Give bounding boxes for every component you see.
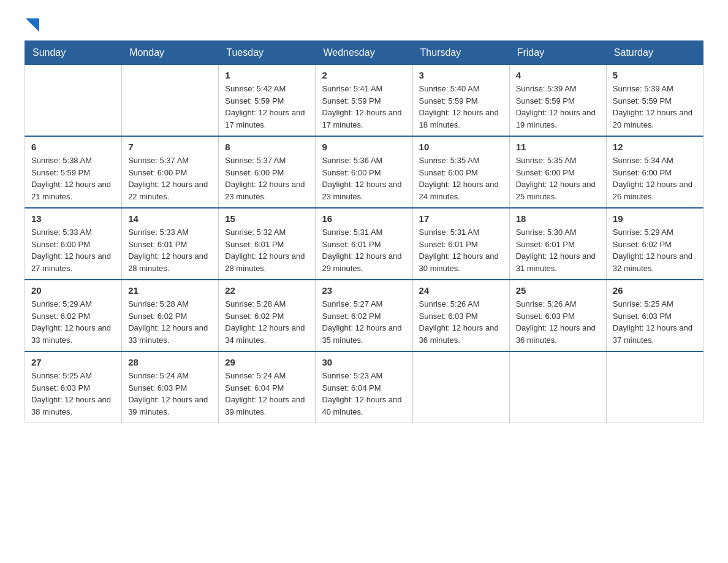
daylight-text: Daylight: 12 hours and 17 minutes. [322, 107, 406, 131]
sunset-text: Sunset: 6:00 PM [322, 167, 406, 179]
sunrise-text: Sunrise: 5:28 AM [128, 298, 212, 310]
calendar-cell: 5Sunrise: 5:39 AMSunset: 5:59 PMDaylight… [606, 65, 703, 137]
day-info: Sunrise: 5:23 AMSunset: 6:04 PMDaylight:… [322, 370, 406, 418]
calendar-week-row: 20Sunrise: 5:29 AMSunset: 6:02 PMDayligh… [25, 280, 703, 351]
day-number: 29 [225, 357, 309, 367]
sunrise-text: Sunrise: 5:27 AM [322, 298, 406, 310]
calendar-cell [122, 65, 219, 137]
calendar-cell [25, 65, 122, 137]
calendar-cell: 8Sunrise: 5:37 AMSunset: 6:00 PMDaylight… [219, 136, 316, 208]
day-header-wednesday: Wednesday [316, 41, 412, 65]
calendar-cell: 24Sunrise: 5:26 AMSunset: 6:03 PMDayligh… [412, 280, 509, 351]
sunrise-text: Sunrise: 5:34 AM [613, 155, 697, 167]
calendar-cell: 27Sunrise: 5:25 AMSunset: 6:03 PMDayligh… [25, 351, 122, 423]
daylight-text: Daylight: 12 hours and 23 minutes. [322, 178, 406, 202]
day-number: 21 [128, 285, 212, 296]
sunset-text: Sunset: 6:01 PM [322, 239, 406, 251]
daylight-text: Daylight: 12 hours and 35 minutes. [322, 322, 406, 346]
day-info: Sunrise: 5:30 AMSunset: 6:01 PMDaylight:… [516, 226, 600, 274]
day-info: Sunrise: 5:35 AMSunset: 6:00 PMDaylight:… [516, 155, 600, 202]
daylight-text: Daylight: 12 hours and 40 minutes. [322, 394, 406, 418]
calendar-cell: 21Sunrise: 5:28 AMSunset: 6:02 PMDayligh… [122, 280, 219, 351]
day-number: 3 [419, 70, 503, 80]
sunrise-text: Sunrise: 5:39 AM [613, 83, 697, 95]
sunrise-text: Sunrise: 5:37 AM [128, 155, 212, 167]
day-info: Sunrise: 5:28 AMSunset: 6:02 PMDaylight:… [225, 298, 309, 346]
calendar-cell [606, 351, 703, 423]
sunset-text: Sunset: 6:00 PM [225, 167, 309, 179]
day-info: Sunrise: 5:41 AMSunset: 5:59 PMDaylight:… [322, 83, 406, 131]
calendar-cell: 3Sunrise: 5:40 AMSunset: 5:59 PMDaylight… [412, 65, 509, 137]
calendar-cell: 16Sunrise: 5:31 AMSunset: 6:01 PMDayligh… [316, 208, 412, 280]
sunset-text: Sunset: 5:59 PM [322, 95, 406, 107]
sunrise-text: Sunrise: 5:41 AM [322, 83, 406, 95]
sunset-text: Sunset: 6:03 PM [128, 382, 212, 394]
sunrise-text: Sunrise: 5:39 AM [516, 83, 600, 95]
sunrise-text: Sunrise: 5:36 AM [322, 155, 406, 167]
daylight-text: Daylight: 12 hours and 17 minutes. [225, 107, 309, 131]
calendar-cell: 29Sunrise: 5:24 AMSunset: 6:04 PMDayligh… [219, 351, 316, 423]
day-number: 16 [322, 213, 406, 224]
daylight-text: Daylight: 12 hours and 19 minutes. [516, 107, 600, 131]
sunset-text: Sunset: 6:02 PM [613, 239, 697, 251]
calendar-cell: 17Sunrise: 5:31 AMSunset: 6:01 PMDayligh… [412, 208, 509, 280]
calendar-cell: 20Sunrise: 5:29 AMSunset: 6:02 PMDayligh… [25, 280, 122, 351]
daylight-text: Daylight: 12 hours and 37 minutes. [613, 322, 697, 346]
day-info: Sunrise: 5:28 AMSunset: 6:02 PMDaylight:… [128, 298, 212, 346]
calendar-table: SundayMondayTuesdayWednesdayThursdayFrid… [25, 40, 703, 423]
day-number: 14 [128, 213, 212, 224]
calendar-cell: 6Sunrise: 5:38 AMSunset: 5:59 PMDaylight… [25, 136, 122, 208]
daylight-text: Daylight: 12 hours and 33 minutes. [128, 322, 212, 346]
day-info: Sunrise: 5:25 AMSunset: 6:03 PMDaylight:… [613, 298, 697, 346]
daylight-text: Daylight: 12 hours and 36 minutes. [419, 322, 503, 346]
day-info: Sunrise: 5:37 AMSunset: 6:00 PMDaylight:… [225, 155, 309, 202]
sunrise-text: Sunrise: 5:35 AM [516, 155, 600, 167]
calendar-cell: 10Sunrise: 5:35 AMSunset: 6:00 PMDayligh… [412, 136, 509, 208]
calendar-cell: 28Sunrise: 5:24 AMSunset: 6:03 PMDayligh… [122, 351, 219, 423]
day-number: 4 [516, 70, 600, 80]
calendar-cell: 9Sunrise: 5:36 AMSunset: 6:00 PMDaylight… [316, 136, 412, 208]
day-info: Sunrise: 5:31 AMSunset: 6:01 PMDaylight:… [322, 226, 406, 274]
calendar-cell: 22Sunrise: 5:28 AMSunset: 6:02 PMDayligh… [219, 280, 316, 351]
calendar-cell: 12Sunrise: 5:34 AMSunset: 6:00 PMDayligh… [606, 136, 703, 208]
calendar-week-row: 1Sunrise: 5:42 AMSunset: 5:59 PMDaylight… [25, 65, 703, 137]
sunrise-text: Sunrise: 5:31 AM [322, 226, 406, 239]
logo-triangle-icon [26, 18, 39, 32]
sunset-text: Sunset: 6:00 PM [419, 167, 503, 179]
day-number: 13 [31, 213, 115, 224]
daylight-text: Daylight: 12 hours and 31 minutes. [516, 250, 600, 274]
sunrise-text: Sunrise: 5:25 AM [613, 298, 697, 310]
sunrise-text: Sunrise: 5:38 AM [31, 155, 115, 167]
sunset-text: Sunset: 6:03 PM [31, 382, 115, 394]
sunrise-text: Sunrise: 5:26 AM [516, 298, 600, 310]
daylight-text: Daylight: 12 hours and 22 minutes. [128, 178, 212, 202]
calendar-cell: 2Sunrise: 5:41 AMSunset: 5:59 PMDaylight… [316, 65, 412, 137]
sunset-text: Sunset: 6:03 PM [516, 310, 600, 323]
day-number: 27 [31, 357, 115, 367]
day-number: 5 [613, 70, 697, 80]
day-header-monday: Monday [122, 41, 219, 65]
day-number: 17 [419, 213, 503, 224]
sunrise-text: Sunrise: 5:30 AM [516, 226, 600, 239]
sunrise-text: Sunrise: 5:23 AM [322, 370, 406, 382]
svg-marker-0 [26, 18, 39, 32]
sunset-text: Sunset: 5:59 PM [31, 167, 115, 179]
daylight-text: Daylight: 12 hours and 38 minutes. [31, 394, 115, 418]
day-number: 7 [128, 142, 212, 152]
day-header-saturday: Saturday [606, 41, 703, 65]
day-header-sunday: Sunday [25, 41, 122, 65]
sunset-text: Sunset: 6:00 PM [613, 167, 697, 179]
day-number: 9 [322, 142, 406, 152]
sunrise-text: Sunrise: 5:24 AM [225, 370, 309, 382]
sunset-text: Sunset: 6:02 PM [31, 310, 115, 323]
daylight-text: Daylight: 12 hours and 29 minutes. [322, 250, 406, 274]
day-info: Sunrise: 5:29 AMSunset: 6:02 PMDaylight:… [613, 226, 697, 274]
sunset-text: Sunset: 6:00 PM [31, 239, 115, 251]
day-info: Sunrise: 5:32 AMSunset: 6:01 PMDaylight:… [225, 226, 309, 274]
sunset-text: Sunset: 6:01 PM [419, 239, 503, 251]
daylight-text: Daylight: 12 hours and 39 minutes. [225, 394, 309, 418]
day-info: Sunrise: 5:31 AMSunset: 6:01 PMDaylight:… [419, 226, 503, 274]
sunset-text: Sunset: 6:01 PM [128, 239, 212, 251]
calendar-cell: 14Sunrise: 5:33 AMSunset: 6:01 PMDayligh… [122, 208, 219, 280]
day-info: Sunrise: 5:36 AMSunset: 6:00 PMDaylight:… [322, 155, 406, 202]
